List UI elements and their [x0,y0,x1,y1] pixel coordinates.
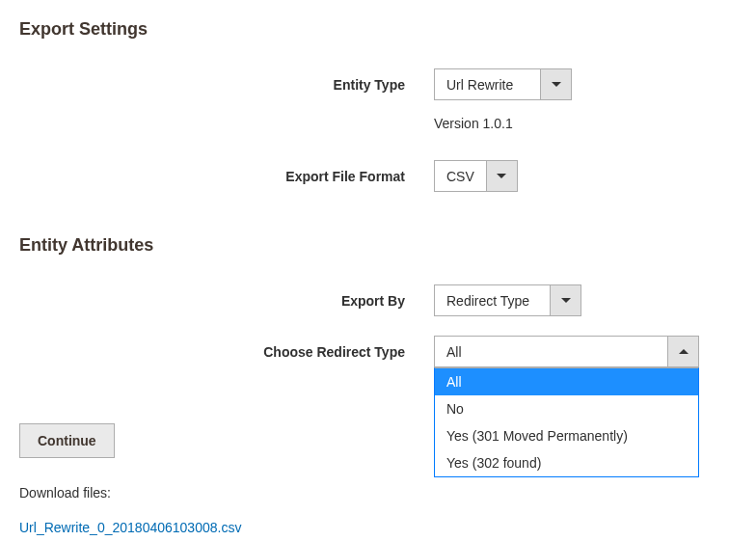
continue-button[interactable]: Continue [19,423,115,458]
redirect-type-option[interactable]: No [435,395,698,422]
export-by-select[interactable]: Redirect Type [434,284,581,316]
row-entity-type: Entity Type Url Rewrite [19,68,737,100]
export-file-format-dropdown-button[interactable] [486,160,518,192]
row-export-file-format: Export File Format CSV [19,160,737,192]
redirect-type-select[interactable]: All [434,336,699,367]
export-by-dropdown-button[interactable] [550,284,581,316]
export-file-format-select[interactable]: CSV [434,160,518,192]
download-file-link[interactable]: Url_Rewrite_0_20180406103008.csv [19,520,241,535]
entity-type-value: Url Rewrite [434,68,540,100]
section-title-entity-attributes: Entity Attributes [19,235,737,256]
entity-type-select[interactable]: Url Rewrite [434,68,572,100]
redirect-type-option[interactable]: All [435,368,698,395]
redirect-type-option[interactable]: Yes (302 found) [435,449,698,476]
redirect-type-value: All [434,336,667,367]
label-export-file-format: Export File Format [19,169,434,184]
redirect-type-option[interactable]: Yes (301 Moved Permanently) [435,422,698,449]
redirect-type-dropdown-button[interactable] [667,336,699,367]
chevron-down-icon [561,298,571,303]
download-files-label: Download files: [19,485,737,500]
version-text: Version 1.0.1 [434,116,513,131]
row-export-by: Export By Redirect Type [19,284,737,316]
label-redirect-type: Choose Redirect Type [19,344,434,360]
label-export-by: Export By [19,293,434,309]
section-title-export-settings: Export Settings [19,19,737,40]
redirect-type-dropdown-list: All No Yes (301 Moved Permanently) Yes (… [434,367,699,477]
row-redirect-type: Choose Redirect Type All All No Yes (301… [19,336,737,367]
row-version: Version 1.0.1 [19,116,737,131]
export-file-format-value: CSV [434,160,486,192]
chevron-up-icon [679,349,688,354]
chevron-down-icon [497,174,506,178]
label-entity-type: Entity Type [19,77,434,93]
export-by-value: Redirect Type [434,284,550,316]
entity-type-dropdown-button[interactable] [540,68,572,100]
chevron-down-icon [552,82,561,87]
